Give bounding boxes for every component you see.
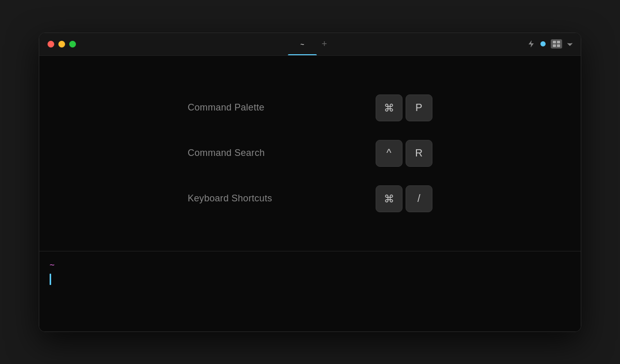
shortcut-keys-keyboard: ⌘ / [376, 185, 432, 212]
svg-rect-0 [553, 41, 556, 43]
maximize-button[interactable] [69, 41, 76, 48]
key-cmd-keyboard: ⌘ [376, 185, 402, 212]
key-slash: / [406, 185, 432, 212]
lightning-icon[interactable] [527, 40, 535, 48]
active-tab[interactable]: ~ [288, 33, 317, 55]
terminal-panel[interactable]: ~ [39, 251, 581, 331]
add-tab-button[interactable]: + [317, 36, 332, 52]
key-p: P [406, 94, 432, 121]
shortcut-list: Command Palette ⌘ P Command Search ^ R K… [188, 85, 432, 221]
svg-rect-2 [553, 44, 556, 47]
titlebar-right [527, 39, 572, 49]
window-switcher-icon[interactable] [551, 39, 562, 49]
terminal-cursor [50, 274, 51, 285]
svg-rect-3 [557, 44, 560, 47]
shortcut-label-search: Command Search [188, 148, 265, 159]
shortcut-keys-search: ^ R [376, 140, 432, 167]
shortcut-label-palette: Command Palette [188, 102, 265, 113]
key-ctrl-search: ^ [376, 140, 402, 167]
shortcut-keys-palette: ⌘ P [376, 94, 432, 121]
minimize-button[interactable] [58, 41, 65, 48]
svg-rect-1 [557, 41, 560, 43]
add-tab-icon: + [322, 39, 328, 50]
tab-bar: ~ + [288, 33, 332, 55]
dot-indicator [540, 41, 546, 46]
close-button[interactable] [48, 41, 54, 48]
terminal-prompt: ~ [50, 260, 570, 270]
list-item: Keyboard Shortcuts ⌘ / [188, 176, 432, 221]
list-item: Command Palette ⌘ P [188, 85, 432, 131]
terminal-window: ~ + [39, 33, 581, 332]
list-item: Command Search ^ R [188, 131, 432, 176]
traffic-lights [48, 41, 76, 48]
key-cmd-palette: ⌘ [376, 94, 402, 121]
shortcut-panel: Command Palette ⌘ P Command Search ^ R K… [39, 56, 581, 251]
content-area: Command Palette ⌘ P Command Search ^ R K… [39, 56, 581, 331]
shortcut-label-keyboard: Keyboard Shortcuts [188, 193, 272, 204]
key-r: R [406, 140, 432, 167]
tab-label: ~ [300, 40, 304, 48]
titlebar: ~ + [39, 33, 581, 56]
terminal-cursor-line [50, 274, 570, 285]
chevron-down-icon[interactable] [567, 40, 572, 48]
